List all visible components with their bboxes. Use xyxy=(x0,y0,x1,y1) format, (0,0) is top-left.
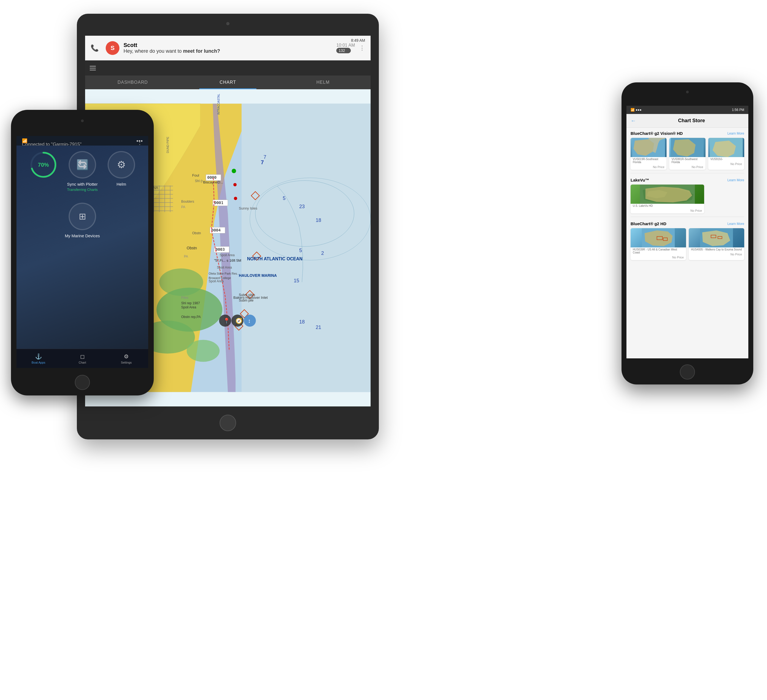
helm-icon: ⚙ xyxy=(108,151,135,179)
svg-text:0001: 0001 xyxy=(214,201,223,205)
phone-call-icon: 📞 xyxy=(91,44,99,52)
vus919j-map-preview xyxy=(708,138,744,157)
svg-text:NORTH ATLANTIC OCEAN: NORTH ATLANTIC OCEAN xyxy=(247,257,302,261)
phone-right-home-button[interactable] xyxy=(680,364,695,379)
svg-text:Shl rep 1987: Shl rep 1987 xyxy=(181,301,200,305)
notification-options-icon[interactable]: ⋮ xyxy=(359,45,365,52)
tab-helm[interactable]: HELM xyxy=(275,75,371,89)
tab-chart[interactable]: CHART xyxy=(180,75,275,89)
back-arrow-icon[interactable]: ← xyxy=(630,118,636,124)
tab-dashboard[interactable]: DASHBOARD xyxy=(85,75,180,89)
progress-percentage: 70% xyxy=(38,162,49,168)
svg-text:Boulders: Boulders xyxy=(181,200,194,204)
phone-right-camera xyxy=(686,91,689,93)
chart-card-us-lakevu[interactable]: U.S. LakeVu HD No Price xyxy=(630,185,704,214)
bluechart-g2-vision-link[interactable]: Learn More xyxy=(727,132,744,136)
vus919j-price: No Price xyxy=(708,161,744,167)
hus4005-price: No Price xyxy=(689,252,744,257)
chart-card-se-florida[interactable]: VUS019R-Southeast Florida No Price xyxy=(630,138,667,170)
us-lakevu-card-id: U.S. LakeVu HD xyxy=(630,204,704,208)
svg-text:Subm piles: Subm piles xyxy=(239,293,255,297)
svg-point-7 xyxy=(187,340,220,362)
svg-text:2: 2 xyxy=(321,250,324,256)
svg-text:7: 7 xyxy=(261,159,264,165)
phone-right-screen: 📶 ●●● 1:56 PM ← Chart Store BlueChart® g… xyxy=(627,106,748,359)
svg-text:↕: ↕ xyxy=(248,318,251,324)
tablet-camera xyxy=(226,22,229,25)
bluechart-g2-cards: HUS039R - US All & Canadian West Coast N… xyxy=(630,228,744,260)
rphone-title: Chart Store xyxy=(639,118,744,124)
phone-left-bottom-bar: ⚓ Boat Apps ◻ Chart ⚙ Settings xyxy=(16,349,148,368)
sw-florida-price: No Price xyxy=(669,164,705,170)
svg-point-6 xyxy=(159,269,203,296)
svg-text:18: 18 xyxy=(316,217,321,223)
ham-line-3 xyxy=(90,70,96,70)
svg-text:Spoil Area: Spoil Area xyxy=(220,253,235,257)
svg-text:Obstn rep,PA: Obstn rep,PA xyxy=(181,315,201,319)
vus919j-card-id: VUS919J- xyxy=(708,157,744,161)
hus039r-price: No Price xyxy=(630,255,686,260)
scene: 📞 S Scott Hey, where do you want to meet… xyxy=(0,0,767,700)
svg-text:5: 5 xyxy=(283,196,285,201)
hus4005-map-preview xyxy=(689,228,744,247)
marine-devices-label: My Marine Devices xyxy=(65,233,100,238)
main-icons-row: 70% 🔄 Sync with Plotter Transferring Cha… xyxy=(16,145,148,197)
svg-text:5: 5 xyxy=(299,248,302,253)
se-florida-map-preview xyxy=(630,138,667,157)
se-florida-price: No Price xyxy=(630,164,667,170)
notification-content: Scott Hey, where do you want to meet for… xyxy=(124,42,332,54)
marine-devices-block[interactable]: ⊞ My Marine Devices xyxy=(65,203,100,238)
helm-block[interactable]: ⚙ Helm xyxy=(108,151,135,192)
svg-text:Oleta State Park Res...: Oleta State Park Res... xyxy=(208,272,240,275)
svg-text:Spoil Area: Spoil Area xyxy=(181,305,196,309)
svg-text:Spoil Area: Spoil Area xyxy=(208,279,224,283)
sync-block[interactable]: 🔄 Sync with Plotter Transferring Charts xyxy=(67,151,98,192)
svg-text:15: 15 xyxy=(294,278,299,284)
chart-card-hus039r[interactable]: HUS039R - US All & Canadian West Coast N… xyxy=(630,228,686,260)
chart-tab-icon: ◻ xyxy=(80,353,85,360)
lakevu-section: LakeVu™ Learn More xyxy=(627,174,748,215)
svg-text:Sunny Isles: Sunny Isles xyxy=(239,206,258,210)
signal-icon: ●●● xyxy=(136,139,143,143)
phone-status-right: ●●● xyxy=(136,139,143,143)
sync-label: Sync with Plotter xyxy=(67,182,98,187)
hamburger-menu-button[interactable] xyxy=(85,61,100,75)
tab-chart-phone[interactable]: ◻ Chart xyxy=(60,353,104,364)
phone-right-body: 📶 ●●● 1:56 PM ← Chart Store BlueChart® g… xyxy=(622,82,753,384)
notification-sender: Scott xyxy=(124,42,332,48)
chart-card-sw-florida[interactable]: VUS991R-Southwest Florida No Price xyxy=(669,138,705,170)
phone-left-home-button[interactable] xyxy=(75,375,90,390)
tablet-status-time: 8:49 AM xyxy=(351,36,365,45)
tablet-home-button[interactable] xyxy=(220,415,236,431)
svg-text:PA: PA xyxy=(184,255,188,258)
svg-text:Shl (r...: Shl (r... xyxy=(195,179,205,183)
ham-line-1 xyxy=(90,66,96,67)
svg-text:Foul: Foul xyxy=(192,173,199,177)
phone-left-device: 📶 ●●● Connected to "Garmin-7915" ⋮ xyxy=(11,110,154,395)
helm-label: Helm xyxy=(116,182,126,187)
tab-settings-phone[interactable]: ⚙ Settings xyxy=(104,353,148,364)
hus4005-card-id: HUS4005 - Walkers Cay to Exuma Sound xyxy=(689,247,744,252)
bluechart-g2-vision-section: BlueChart® g2 Vision® HD Learn More xyxy=(627,128,748,172)
svg-point-68 xyxy=(233,183,237,187)
svg-text:21: 21 xyxy=(316,325,321,330)
svg-text:🧭: 🧭 xyxy=(236,317,242,324)
progress-block: 70% xyxy=(30,151,57,192)
chart-card-vus919j[interactable]: VUS919J- No Price xyxy=(708,138,744,170)
svg-text:Spoil Area: Spoil Area xyxy=(217,266,232,269)
tab-boat-apps[interactable]: ⚓ Boat Apps xyxy=(16,353,60,364)
lakevu-cards: U.S. LakeVu HD No Price xyxy=(630,185,744,214)
rphone-status-bar: 📶 ●●● 1:56 PM xyxy=(627,106,748,114)
notification-avatar: S xyxy=(106,41,119,55)
divider-2 xyxy=(630,217,744,217)
rphone-time: 1:56 PM xyxy=(732,108,744,112)
lakevu-title: LakeVu™ xyxy=(630,178,649,182)
svg-point-67 xyxy=(232,169,236,173)
hus039r-card-id: HUS039R - US All & Canadian West Coast xyxy=(630,247,686,255)
svg-text:HAULOVER MARINA: HAULOVER MARINA xyxy=(239,273,277,277)
bluechart-g2-link[interactable]: Learn More xyxy=(727,222,744,226)
chart-card-hus4005[interactable]: HUS4005 - Walkers Cay to Exuma Sound No … xyxy=(689,228,744,260)
boat-apps-icon: ⚓ xyxy=(35,353,42,360)
lakevu-link[interactable]: Learn More xyxy=(727,178,744,182)
svg-text:Subm pile: Subm pile xyxy=(239,298,254,302)
